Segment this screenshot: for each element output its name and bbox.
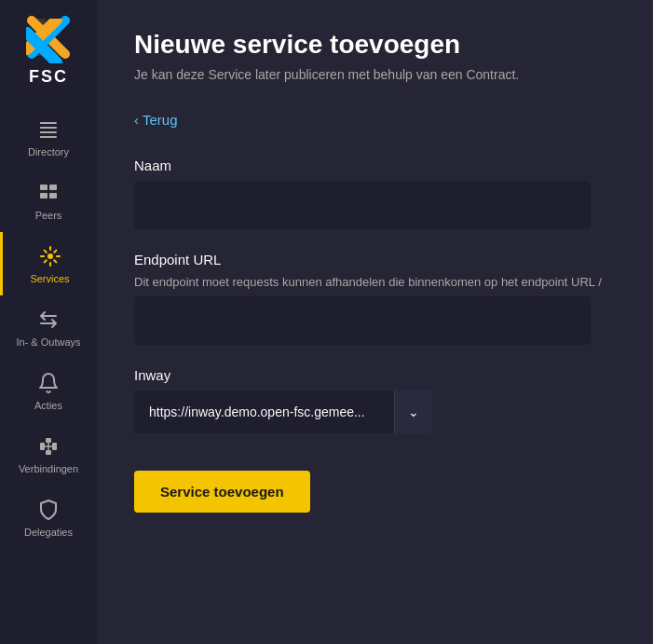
- sidebar-item-label-delegaties: Delegaties: [24, 527, 73, 538]
- sidebar-item-verbindingen[interactable]: Verbindingen: [0, 422, 97, 486]
- back-label: Terug: [143, 112, 178, 128]
- svg-rect-19: [40, 443, 45, 450]
- sidebar-item-label-acties: Acties: [34, 400, 62, 411]
- sidebar-item-label-directory: Directory: [28, 146, 69, 158]
- back-link[interactable]: ‹ Terug: [134, 112, 616, 128]
- main-content: Nieuwe service toevoegen Je kan deze Ser…: [97, 0, 653, 644]
- endpoint-url-field-group: Endpoint URL Dit endpoint moet requests …: [134, 252, 616, 345]
- svg-rect-13: [40, 136, 43, 138]
- endpoint-url-input[interactable]: [134, 296, 591, 345]
- endpoint-url-label: Endpoint URL: [134, 252, 616, 267]
- services-icon: [37, 243, 63, 269]
- svg-rect-10: [40, 122, 43, 124]
- sidebar-item-directory[interactable]: Directory: [0, 105, 97, 169]
- sidebar-item-peers[interactable]: Peers: [0, 169, 97, 232]
- page-subtitle: Je kan deze Service later publiceren met…: [134, 67, 616, 82]
- svg-point-18: [48, 253, 53, 259]
- logo-text: FSC: [29, 67, 68, 87]
- svg-rect-16: [40, 193, 48, 199]
- svg-rect-14: [40, 185, 48, 190]
- inway-dropdown-button[interactable]: ⌄: [394, 391, 432, 433]
- sidebar: FSC Directory: [0, 0, 97, 644]
- inway-label: Inway: [134, 367, 616, 383]
- sidebar-item-acties[interactable]: Acties: [0, 359, 97, 422]
- delegaties-icon: [35, 497, 61, 523]
- naam-label: Naam: [134, 158, 616, 173]
- submit-button[interactable]: Service toevoegen: [134, 471, 310, 513]
- svg-rect-22: [46, 450, 51, 455]
- svg-rect-17: [49, 193, 57, 199]
- logo-area: FSC: [0, 0, 97, 98]
- inoutways-icon: [35, 307, 61, 333]
- endpoint-url-hint: Dit endpoint moet requests kunnen afhand…: [134, 275, 616, 289]
- svg-rect-11: [40, 127, 43, 129]
- verbindingen-icon: [35, 433, 61, 459]
- inway-field-group: Inway https://inway.demo.open-fsc.gemee.…: [134, 367, 616, 433]
- svg-rect-21: [46, 438, 51, 443]
- naam-field-group: Naam: [134, 158, 616, 229]
- sidebar-item-label-peers: Peers: [35, 210, 62, 221]
- naam-input[interactable]: [134, 181, 591, 229]
- sidebar-item-label-verbindingen: Verbindingen: [19, 463, 78, 474]
- sidebar-item-delegaties[interactable]: Delegaties: [0, 486, 97, 549]
- svg-rect-20: [52, 443, 57, 450]
- svg-rect-12: [40, 131, 43, 133]
- fsc-logo: [26, 19, 71, 63]
- sidebar-item-services[interactable]: Services: [0, 232, 97, 295]
- chevron-down-icon: ⌄: [408, 404, 419, 419]
- page-title: Nieuwe service toevoegen: [134, 30, 616, 60]
- svg-rect-15: [49, 185, 57, 190]
- acties-icon: [35, 370, 61, 396]
- inway-select-wrapper: https://inway.demo.open-fsc.gemee... ⌄: [134, 391, 432, 433]
- sidebar-item-inoutways[interactable]: In- & Outways: [0, 295, 97, 359]
- peers-icon: [35, 180, 61, 206]
- sidebar-item-label-services: Services: [30, 273, 69, 284]
- chevron-left-icon: ‹: [134, 112, 139, 128]
- directory-icon: [35, 116, 61, 143]
- inway-select-display[interactable]: https://inway.demo.open-fsc.gemee...: [134, 391, 394, 433]
- sidebar-item-label-inoutways: In- & Outways: [16, 336, 80, 348]
